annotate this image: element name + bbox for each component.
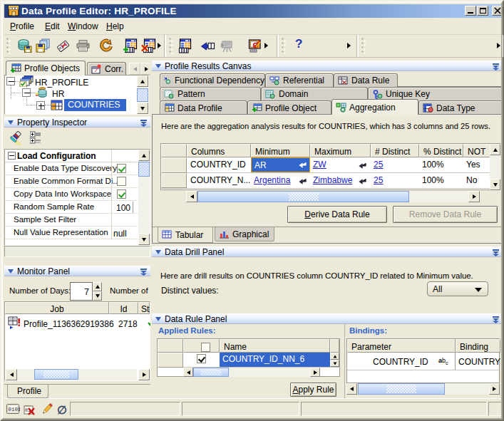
svg-text:0101: 0101 [9,407,20,412]
